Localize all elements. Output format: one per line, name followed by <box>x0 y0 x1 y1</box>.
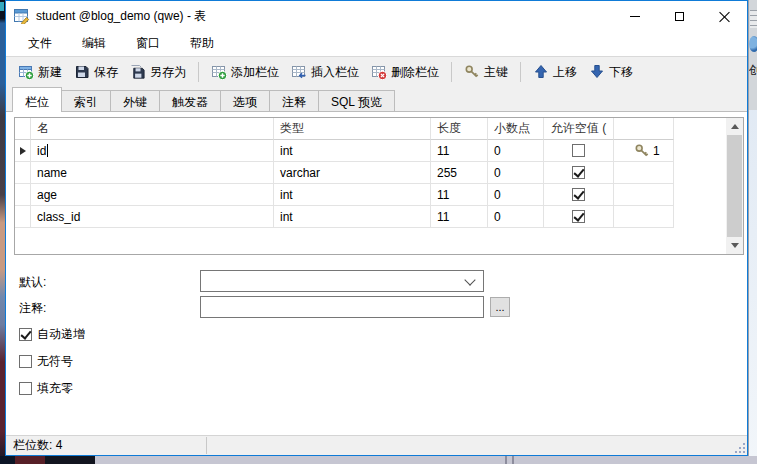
field-length-cell[interactable]: 255 <box>431 162 488 184</box>
option-checkbox-row[interactable]: 无符号 <box>19 353 73 370</box>
allow-null-checkbox[interactable] <box>572 166 585 179</box>
tab-6[interactable]: SQL 预览 <box>318 90 395 111</box>
allow-null-checkbox[interactable] <box>572 188 585 201</box>
menu-item-1[interactable]: 编辑 <box>68 32 120 55</box>
fields-grid: 名类型长度小数点允许空值 ( idint1101namevarchar2550a… <box>14 117 744 255</box>
text-caret <box>47 144 48 157</box>
field-name-cell[interactable]: id <box>31 140 274 162</box>
comment-input[interactable] <box>200 296 484 318</box>
tab-strip: 栏位索引外键触发器选项注释SQL 预览 <box>6 87 747 112</box>
table-row: namevarchar2550 <box>15 162 674 184</box>
scroll-up-button[interactable] <box>726 118 743 135</box>
toolbar-button-add-field[interactable]: 添加栏位 <box>205 60 285 85</box>
field-type-cell[interactable]: int <box>274 184 431 206</box>
resize-grip[interactable] <box>733 441 745 453</box>
toolbar-button-label: 下移 <box>609 64 633 81</box>
row-indicator-cell[interactable] <box>15 140 31 162</box>
menu-item-2[interactable]: 窗口 <box>122 32 174 55</box>
grid-header-4: 允许空值 ( <box>544 118 614 140</box>
option-checkbox[interactable] <box>19 328 32 341</box>
new-table-icon <box>18 64 34 80</box>
browse-button[interactable]: ... <box>490 297 510 317</box>
toolbar-button-save[interactable]: 保存 <box>68 60 124 85</box>
minimize-button[interactable] <box>612 1 657 31</box>
fields-tab-content: 名类型长度小数点允许空值 ( idint1101namevarchar2550a… <box>6 112 747 435</box>
toolbar-button-label: 新建 <box>38 64 62 81</box>
vertical-scrollbar[interactable] <box>726 118 743 254</box>
close-button[interactable] <box>702 1 747 31</box>
field-type-cell[interactable]: int <box>274 206 431 228</box>
grid-header-row: 名类型长度小数点允许空值 ( <box>15 118 674 140</box>
field-type-cell[interactable]: varchar <box>274 162 431 184</box>
allow-null-checkbox[interactable] <box>572 144 585 157</box>
field-type-cell[interactable]: int <box>274 140 431 162</box>
grid-header-indicator <box>15 118 31 140</box>
toolbar-separator <box>520 62 521 82</box>
field-name: id <box>37 144 46 158</box>
row-key-icon <box>634 143 650 159</box>
key-cell <box>614 184 674 206</box>
field-length-cell[interactable]: 11 <box>431 140 488 162</box>
menu-item-0[interactable]: 文件 <box>14 32 66 55</box>
option-checkbox-row[interactable]: 自动递增 <box>19 326 85 343</box>
option-checkbox[interactable] <box>19 355 32 368</box>
add-field-icon <box>211 64 227 80</box>
grid-header-5 <box>614 118 674 140</box>
toolbar-button-label: 插入栏位 <box>311 64 359 81</box>
table-designer-window: student @blog_demo (qwe) - 表 文件编辑窗口帮助 新建… <box>5 0 748 456</box>
toolbar-button-save-as[interactable]: 另存为 <box>124 60 192 85</box>
allow-null-cell[interactable] <box>544 162 614 184</box>
insert-field-icon <box>291 64 307 80</box>
field-name: name <box>37 166 67 180</box>
allow-null-cell[interactable] <box>544 206 614 228</box>
maximize-button[interactable] <box>657 1 702 31</box>
option-checkbox[interactable] <box>19 382 32 395</box>
toolbar-button-delete-field[interactable]: 删除栏位 <box>365 60 445 85</box>
field-decimals-cell[interactable]: 0 <box>488 206 544 228</box>
menu-item-3[interactable]: 帮助 <box>176 32 228 55</box>
key-cell: 1 <box>614 140 674 162</box>
titlebar[interactable]: student @blog_demo (qwe) - 表 <box>6 1 747 31</box>
row-indicator-cell[interactable] <box>15 162 31 184</box>
field-decimals-cell[interactable]: 0 <box>488 162 544 184</box>
field-name-cell[interactable]: age <box>31 184 274 206</box>
minimize-icon <box>630 16 640 17</box>
toolbar-button-new-table[interactable]: 新建 <box>12 60 68 85</box>
field-name: class_id <box>37 210 80 224</box>
tab-3[interactable]: 触发器 <box>159 90 221 111</box>
toolbar-button-label: 另存为 <box>150 64 186 81</box>
allow-null-checkbox[interactable] <box>572 210 585 223</box>
key-cell <box>614 162 674 184</box>
scroll-down-button[interactable] <box>726 237 743 254</box>
toolbar-button-insert-field[interactable]: 插入栏位 <box>285 60 365 85</box>
tab-5[interactable]: 注释 <box>269 90 319 111</box>
tab-1[interactable]: 索引 <box>61 90 111 111</box>
tab-4[interactable]: 选项 <box>220 90 270 111</box>
window-title: student @blog_demo (qwe) - 表 <box>36 8 206 25</box>
toolbar-button-move-up[interactable]: 上移 <box>527 60 583 85</box>
field-decimals-cell[interactable]: 0 <box>488 140 544 162</box>
desktop-fragment <box>45 456 95 464</box>
option-checkbox-row[interactable]: 填充零 <box>19 380 73 397</box>
field-length-cell[interactable]: 11 <box>431 206 488 228</box>
default-combobox[interactable] <box>200 270 484 292</box>
scrollbar-thumb[interactable] <box>727 135 742 237</box>
chevron-up-icon <box>731 124 739 129</box>
table-row: idint1101 <box>15 140 674 162</box>
desktop-fragment <box>512 456 514 464</box>
allow-null-cell[interactable] <box>544 140 614 162</box>
toolbar-button-move-down[interactable]: 下移 <box>583 60 639 85</box>
allow-null-cell[interactable] <box>544 184 614 206</box>
desktop-bottom-strip <box>0 456 757 464</box>
grid-header-0: 名 <box>31 118 274 140</box>
toolbar-button-primary-key[interactable]: 主键 <box>458 60 514 85</box>
toolbar-button-label: 主键 <box>484 64 508 81</box>
field-decimals-cell[interactable]: 0 <box>488 184 544 206</box>
tab-2[interactable]: 外键 <box>110 90 160 111</box>
row-indicator-cell[interactable] <box>15 206 31 228</box>
field-name-cell[interactable]: class_id <box>31 206 274 228</box>
row-indicator-cell[interactable] <box>15 184 31 206</box>
field-name-cell[interactable]: name <box>31 162 274 184</box>
field-length-cell[interactable]: 11 <box>431 184 488 206</box>
tab-0[interactable]: 栏位 <box>12 87 62 112</box>
